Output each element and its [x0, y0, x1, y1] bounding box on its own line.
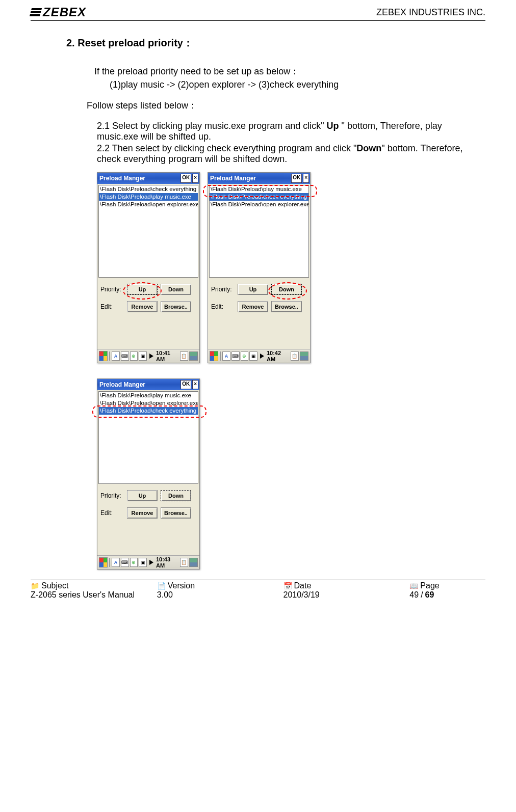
step-2-2: 2.2 Then select by clicking check everyt… [97, 143, 485, 165]
tray-icon[interactable]: ▣ [139, 558, 147, 567]
logo-stripes-icon [30, 8, 42, 16]
list-item[interactable]: \Flash Disk\Preload\check everything [210, 193, 308, 201]
footer-subject-label: 📁 Subject [31, 581, 157, 590]
close-button[interactable]: × [192, 380, 198, 389]
keyboard-icon[interactable]: ⌨ [231, 351, 240, 361]
ime-icon[interactable]: A [112, 351, 120, 361]
down-button[interactable]: Down [271, 284, 302, 295]
keyboard-icon[interactable]: ⌨ [121, 558, 129, 567]
network-icon[interactable]: ⊕ [130, 558, 138, 567]
up-button[interactable]: Up [127, 490, 158, 501]
titlebar: Preload Manger OK × [97, 173, 199, 184]
controls-panel: Priority: Up Down Edit: Remove Browse.. [97, 279, 199, 349]
browse-button[interactable]: Browse.. [161, 301, 191, 312]
clock: 10:42 AM [267, 350, 288, 362]
list-item[interactable]: \Flash Disk\Preload\play music.exe [210, 185, 308, 193]
separator-icon [220, 351, 221, 361]
clock: 10:43 AM [156, 556, 177, 569]
list-item[interactable]: \Flash Disk\Preload\check everything [99, 185, 198, 193]
desktop-icon[interactable] [189, 351, 198, 361]
titlebar: Preload Manger OK × [97, 379, 199, 390]
priority-label: Priority: [100, 492, 127, 499]
remove-button[interactable]: Remove [127, 301, 158, 312]
edit-label: Edit: [100, 303, 127, 310]
footer-version-label: 📄 Version [157, 581, 283, 590]
browse-button[interactable]: Browse.. [161, 507, 191, 519]
screenshot-2: Preload Manger OK × \Flash Disk\Preload\… [208, 172, 311, 363]
list-item[interactable]: \Flash Disk\Preload\check everything [99, 407, 198, 415]
window-title: Preload Manger [208, 175, 291, 182]
ime-icon[interactable]: A [222, 351, 230, 361]
preload-listbox[interactable]: \Flash Disk\Preload\play music.exe \Flas… [209, 185, 309, 278]
close-button[interactable]: × [192, 174, 198, 183]
screenshot-row-2: Preload Manger OK × \Flash Disk\Preload\… [97, 378, 485, 570]
up-button[interactable]: Up [238, 284, 268, 295]
close-button[interactable]: × [303, 174, 309, 183]
start-icon[interactable] [99, 351, 108, 361]
controls-panel: Priority: Up Down Edit: Remove Browse.. [97, 485, 199, 555]
list-item[interactable]: \Flash Disk\Preload\open explorer.exe [99, 399, 198, 407]
list-item[interactable]: \Flash Disk\Preload\open explorer.exe [99, 201, 198, 208]
footer-version-value: 3.00 [157, 590, 283, 600]
calendar-icon[interactable]: 📋 [180, 351, 188, 361]
clock: 10:41 AM [156, 350, 177, 362]
calendar-icon: 📅 [283, 582, 292, 590]
footer-page-value: 49 / 69 [409, 590, 485, 600]
start-icon[interactable] [99, 557, 108, 567]
down-button[interactable]: Down [161, 284, 191, 295]
desktop-icon[interactable] [300, 351, 308, 361]
tray-icon[interactable]: ▣ [139, 351, 147, 361]
list-item[interactable]: \Flash Disk\Preload\play music.exe [99, 193, 198, 201]
priority-example: (1)play music -> (2)open explorer -> (3)… [110, 79, 485, 90]
taskbar: A ⌨ ⊕ ▣ 10:41 AM 📋 [97, 349, 199, 363]
priority-label: Priority: [211, 286, 238, 293]
footer-subject-value: Z-2065 series User's Manual [31, 590, 157, 600]
window-title: Preload Manger [97, 381, 180, 388]
screenshot-row-1: Preload Manger OK × \Flash Disk\Preload\… [97, 172, 485, 363]
arrow-icon [149, 560, 153, 565]
remove-button[interactable]: Remove [127, 507, 158, 519]
footer-date-value: 2010/3/19 [283, 590, 410, 600]
book-icon: 📖 [409, 582, 418, 590]
network-icon[interactable]: ⊕ [241, 351, 249, 361]
network-icon[interactable]: ⊕ [130, 351, 138, 361]
step-2-1: 2.1 Select by clicking play music.exe pr… [97, 121, 485, 142]
page-footer: 📁 Subject 📄 Version 📅 Date 📖 Page Z-2065… [31, 580, 485, 600]
logo: ZEBEX [31, 5, 86, 19]
ok-button[interactable]: OK [291, 174, 302, 183]
tray-icon[interactable]: ▣ [249, 351, 257, 361]
logo-text: ZEBEX [43, 5, 86, 19]
folder-icon: 📁 [31, 582, 39, 590]
keyboard-icon[interactable]: ⌨ [121, 351, 129, 361]
preload-listbox[interactable]: \Flash Disk\Preload\check everything \Fl… [98, 185, 198, 278]
controls-panel: Priority: Up Down Edit: Remove Browse.. [208, 279, 310, 349]
list-item[interactable]: \Flash Disk\Preload\open explorer.exe [210, 201, 308, 208]
arrow-icon [260, 354, 264, 359]
desktop-icon[interactable] [189, 558, 198, 567]
intro-line: If the preload priority need to be set u… [94, 65, 485, 77]
remove-button[interactable]: Remove [238, 301, 268, 312]
window-title: Preload Manger [97, 175, 180, 182]
calendar-icon[interactable]: 📋 [291, 351, 299, 361]
titlebar: Preload Manger OK × [208, 173, 310, 184]
screenshot-1: Preload Manger OK × \Flash Disk\Preload\… [97, 172, 200, 363]
up-button[interactable]: Up [127, 284, 158, 295]
ime-icon[interactable]: A [112, 558, 120, 567]
section-title: 2. Reset preload priority： [66, 36, 485, 50]
preload-listbox[interactable]: \Flash Disk\Preload\play music.exe \Flas… [98, 391, 198, 484]
content-body: 2. Reset preload priority： If the preloa… [66, 36, 485, 570]
arrow-icon [149, 354, 153, 359]
separator-icon [109, 558, 110, 567]
follow-line: Follow steps listed below： [87, 99, 485, 112]
list-item[interactable]: \Flash Disk\Preload\play music.exe [99, 392, 198, 399]
calendar-icon[interactable]: 📋 [180, 558, 188, 567]
browse-button[interactable]: Browse.. [271, 301, 302, 312]
edit-label: Edit: [100, 509, 127, 517]
ok-button[interactable]: OK [180, 380, 191, 389]
ok-button[interactable]: OK [180, 174, 191, 183]
start-icon[interactable] [210, 351, 218, 361]
down-button[interactable]: Down [161, 490, 191, 501]
priority-label: Priority: [100, 286, 127, 293]
page-header: ZEBEX ZEBEX INDUSTRIES INC. [31, 5, 485, 21]
doc-icon: 📄 [157, 582, 166, 590]
